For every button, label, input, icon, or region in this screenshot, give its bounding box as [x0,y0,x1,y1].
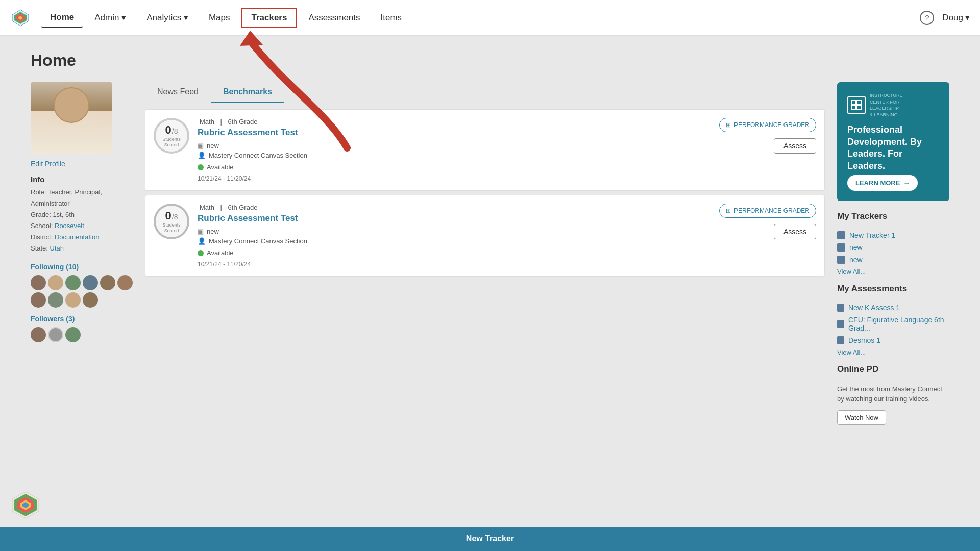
card-section-row-2: 👤 Mastery Connect Canvas Section [198,237,711,245]
nav-item-items[interactable]: Items [372,9,411,27]
assessment-label-3: Desmos 1 [848,336,880,344]
district-label: District: [31,233,53,241]
assessment-item-1[interactable]: New K Assess 1 [837,304,949,312]
tracker-label-1: New Tracker 1 [849,231,895,239]
nav-item-analytics[interactable]: Analytics ▾ [137,8,198,27]
tracker-item-2[interactable]: new [837,243,949,252]
info-heading: Info [31,175,133,184]
perf-grader-icon-1: ⊞ [726,121,731,129]
page-title: Home [31,51,949,70]
tracker-item-1[interactable]: New Tracker 1 [837,231,949,239]
nav-menu: Home Admin ▾ Analytics ▾ Maps Trackers A… [41,8,920,28]
section-icon-2: 👤 [198,237,206,245]
tracker-icon-3 [837,256,845,264]
score-denom-1: /8 [172,127,178,135]
app-logo [10,8,31,28]
avatar [31,327,46,342]
nav-item-assessments[interactable]: Assessments [299,9,369,27]
tracker-icon-1 [837,231,845,239]
tab-news-feed[interactable]: News Feed [145,82,211,103]
card-grade-2: 6th Grade [228,204,258,211]
nav-item-maps[interactable]: Maps [200,9,239,27]
help-button[interactable]: ? [920,11,934,25]
card-section-row-1: 👤 Mastery Connect Canvas Section [198,152,711,159]
nav-item-home[interactable]: Home [41,8,83,28]
tab-benchmarks[interactable]: Benchmarks [211,82,284,103]
watch-now-btn[interactable]: Watch Now [837,410,886,425]
perf-grader-btn-2[interactable]: ⊞ PERFORMANCE GRADER [719,204,816,218]
user-name: Doug [942,13,963,23]
nav-item-trackers[interactable]: Trackers [241,8,297,28]
tracker-label-2: new [849,243,863,252]
card-body-2: Math | 6th Grade Rubric Assessment Test … [198,204,711,268]
card-title-2[interactable]: Rubric Assessment Test [198,213,711,223]
grade-info: Grade: 1st, 6th [31,209,133,220]
edit-profile-link[interactable]: Edit Profile [31,160,133,168]
feed-card-1: 0 /8 StudentsScored Math | 6th Grade Rub… [145,109,825,191]
school-info: School: Roosevelt [31,220,133,232]
date-range-1: 10/21/24 - 11/20/24 [198,175,711,182]
card-title-1[interactable]: Rubric Assessment Test [198,128,711,138]
svg-rect-8 [857,106,861,110]
card-section-2: Mastery Connect Canvas Section [209,237,307,245]
tracker-item-3[interactable]: new [837,256,949,264]
district-link[interactable]: Documentation [55,233,99,241]
feed-card-2: 0 /8 StudentsScored Math | 6th Grade Rub… [145,195,825,277]
score-circle-1: 0 /8 StudentsScored [154,118,189,154]
trackers-view-all[interactable]: View All... [837,268,949,276]
score-num-1: 0 [165,123,172,137]
promo-learn-more-btn[interactable]: LEARN MORE → [847,175,918,191]
score-label-2: StudentsScored [162,222,181,234]
avatar [31,292,46,308]
promo-box: INSTRUCTURECENTER FORLEADERSHIP& LEARNIN… [837,82,949,201]
card-subject-2: Math [200,204,214,211]
main-layout: Edit Profile Info Role: Teacher, Princip… [31,82,949,425]
user-menu[interactable]: Doug ▾ [942,12,970,23]
bottom-logo [10,490,41,520]
tag-icon-1: ▣ [198,142,204,149]
district-info: District: Documentation [31,232,133,243]
following-label[interactable]: Following (10) [31,263,133,271]
role-info: Role: Teacher, Principal, Administrator [31,187,133,209]
nav-item-admin[interactable]: Admin ▾ [85,8,135,27]
score-num-2: 0 [165,209,172,222]
assessments-view-all[interactable]: View All... [837,348,949,356]
available-row-1: Available [198,163,711,171]
assessment-label-2: CFU: Figurative Language 6th Grad... [848,316,949,332]
perf-grader-btn-1[interactable]: ⊞ PERFORMANCE GRADER [719,118,816,132]
assess-btn-2[interactable]: Assess [774,224,816,239]
card-actions-2: ⊞ PERFORMANCE GRADER Assess [719,204,816,239]
avatar [48,327,63,342]
nav-right: ? Doug ▾ [920,11,970,25]
navbar: Home Admin ▾ Analytics ▾ Maps Trackers A… [0,0,980,36]
online-pd-title: Online PD [837,364,949,379]
new-tracker-bar[interactable]: New Tracker [0,527,980,551]
followers-label[interactable]: Followers (3) [31,315,133,323]
card-section-1: Mastery Connect Canvas Section [209,152,307,159]
assessment-item-2[interactable]: CFU: Figurative Language 6th Grad... [837,316,949,332]
avatar [65,275,81,290]
following-avatars [31,275,133,308]
info-section: Info Role: Teacher, Principal, Administr… [31,175,133,255]
card-tag-row-1: ▣ new [198,142,711,149]
avatar [48,275,63,290]
profile-panel: Edit Profile Info Role: Teacher, Princip… [31,82,133,425]
promo-title: Professional Development. By Leaders. Fo… [847,124,939,172]
state-link[interactable]: Utah [50,244,64,252]
school-link[interactable]: Roosevelt [55,222,84,230]
assess-btn-1[interactable]: Assess [774,138,816,154]
section-icon-1: 👤 [198,152,206,159]
center-panel: News Feed Benchmarks 0 /8 StudentsScored… [145,82,825,425]
avatar [31,275,46,290]
promo-org: INSTRUCTURECENTER FORLEADERSHIP& LEARNIN… [870,92,903,118]
assessment-icon-3 [837,336,844,344]
assessment-item-3[interactable]: Desmos 1 [837,336,949,344]
avatar [48,292,63,308]
profile-photo [31,82,112,154]
my-trackers-title: My Trackers [837,211,949,226]
card-actions-1: ⊞ PERFORMANCE GRADER Assess [719,118,816,154]
avatar [65,292,81,308]
new-tracker-label: New Tracker [466,534,514,543]
card-tag-row-2: ▣ new [198,228,711,235]
available-dot-2 [198,250,204,256]
